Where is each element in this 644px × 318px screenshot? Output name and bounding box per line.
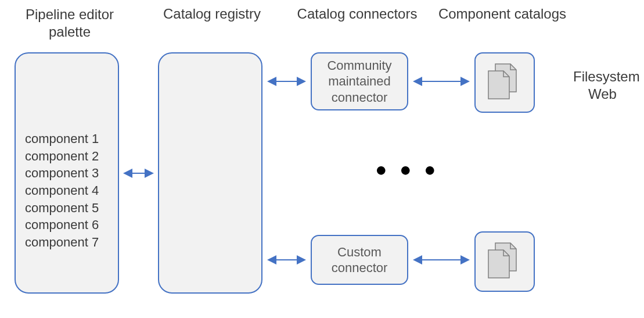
registry-box xyxy=(158,52,262,294)
ellipsis: ● ● ● xyxy=(375,158,440,181)
list-item: component 5 xyxy=(25,199,99,217)
list-item: component 2 xyxy=(25,148,99,165)
list-item: component 1 xyxy=(25,130,99,148)
list-item: component 3 xyxy=(25,165,99,182)
connector-community-label: Community maintained connector xyxy=(312,58,407,106)
connector-custom-box: Custom connector xyxy=(311,235,408,285)
side-label-web: Web xyxy=(588,86,617,102)
list-item: component 7 xyxy=(25,234,99,251)
header-catalogs: Component catalogs xyxy=(430,6,575,22)
documents-icon xyxy=(476,53,534,112)
connector-custom-label: Custom connector xyxy=(312,244,407,276)
header-registry: Catalog registry xyxy=(157,6,267,22)
list-item: component 4 xyxy=(25,182,99,199)
header-connectors: Catalog connectors xyxy=(293,6,421,22)
palette-box: component 1 component 2 component 3 comp… xyxy=(15,52,119,294)
diagram-canvas: Pipeline editor palette Catalog registry… xyxy=(0,0,644,318)
catalog-top-box xyxy=(474,52,535,113)
palette-list: component 1 component 2 component 3 comp… xyxy=(25,130,99,251)
catalog-bottom-box xyxy=(474,231,535,292)
header-palette: Pipeline editor palette xyxy=(12,6,128,41)
side-label-filesystem: Filesystem xyxy=(573,69,640,85)
connector-community-box: Community maintained connector xyxy=(311,52,408,110)
documents-icon xyxy=(476,233,534,291)
list-item: component 6 xyxy=(25,216,99,234)
